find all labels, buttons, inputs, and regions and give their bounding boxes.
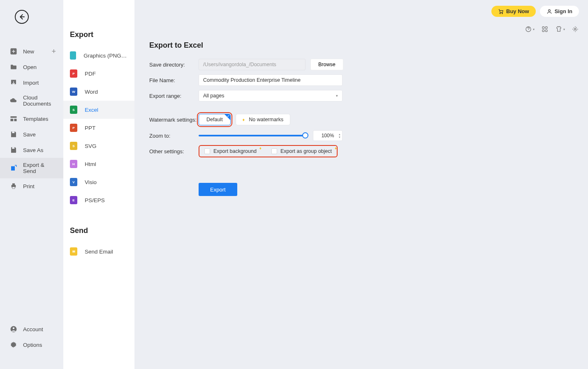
sidebar-item-options[interactable]: Options	[0, 337, 63, 353]
format-label: SVG	[85, 143, 97, 149]
sidebar-item-label: Templates	[23, 116, 49, 122]
sidebar-item-label: Export & Send	[23, 162, 53, 174]
html-file-icon: H	[70, 160, 77, 168]
pseps-file-icon: E	[70, 196, 77, 204]
help-icon	[525, 25, 532, 33]
watermark-label: Watermark settings:	[149, 117, 199, 123]
save-icon	[10, 131, 17, 138]
format-pseps[interactable]: EPS/EPS	[63, 191, 134, 209]
format-graphics[interactable]: Graphics (PNG, JP…	[63, 46, 134, 65]
export-group-object-checkbox[interactable]: Export as group object ♦	[271, 148, 332, 154]
checkbox-icon[interactable]	[204, 148, 210, 154]
format-word[interactable]: WWord	[63, 83, 134, 101]
main-content: Buy Now Sign In ▾ ▾ Export to Excel Save…	[134, 0, 588, 369]
sidebar-item-open[interactable]: Open	[0, 59, 63, 75]
topbar: Buy Now Sign In	[491, 6, 579, 17]
send-heading: Send	[63, 209, 134, 242]
sidebar-item-import[interactable]: Import	[0, 75, 63, 90]
sidebar-item-save[interactable]: Save	[0, 127, 63, 142]
svg-point-12	[502, 13, 503, 14]
svg-rect-7	[12, 187, 15, 189]
sidebar-item-new[interactable]: New +	[0, 44, 63, 59]
browse-button[interactable]: Browse	[310, 59, 343, 70]
sidebar-item-templates[interactable]: Templates	[0, 111, 63, 127]
cloud-icon	[10, 97, 17, 104]
sidebar-item-label: Print	[23, 183, 35, 189]
user-circle-icon	[10, 325, 17, 333]
sidebar-item-cloud-documents[interactable]: Cloud Documents	[0, 90, 63, 111]
format-excel[interactable]: SExcel	[63, 101, 134, 119]
chevron-down-icon: ▾	[563, 28, 565, 31]
filename-label: File Name:	[149, 77, 199, 83]
format-pdf[interactable]: PPDF	[63, 65, 134, 83]
export-format-panel: Export Graphics (PNG, JP… PPDF WWord SEx…	[63, 0, 134, 369]
sidebar-item-save-as[interactable]: Save As	[0, 142, 63, 158]
plus-square-icon	[10, 48, 17, 55]
excel-file-icon: S	[70, 106, 77, 114]
zoom-label: Zoom to:	[149, 133, 199, 139]
stepper-buttons[interactable]: ▴▾	[339, 133, 340, 138]
format-label: Word	[85, 89, 98, 95]
template-icon	[10, 115, 17, 122]
export-icon	[10, 164, 17, 172]
export-heading: Export	[63, 30, 134, 46]
theme-menu[interactable]: ▾	[555, 25, 565, 33]
settings-icon[interactable]	[572, 25, 579, 33]
save-directory-input[interactable]: /Users/ivangordola_/Documents	[199, 59, 306, 70]
back-button[interactable]	[15, 10, 29, 24]
sidebar-item-export-send[interactable]: Export & Send	[0, 158, 63, 178]
svg-rect-5	[12, 147, 14, 149]
zoom-slider[interactable]	[199, 135, 306, 136]
page-title: Export to Excel	[149, 41, 445, 50]
save-as-icon	[10, 146, 17, 154]
svg-point-9	[13, 327, 15, 330]
sidebar-item-account[interactable]: Account	[0, 321, 63, 337]
printer-icon	[10, 182, 17, 190]
checkbox-icon[interactable]	[271, 148, 277, 154]
diamond-icon: ♦	[243, 117, 245, 122]
format-ppt[interactable]: PPPT	[63, 119, 134, 137]
svg-rect-1	[11, 116, 17, 118]
slider-thumb[interactable]	[302, 132, 308, 138]
svg-file-icon: S	[70, 142, 77, 150]
sign-in-button[interactable]: Sign In	[540, 6, 579, 17]
export-range-value: All pages	[203, 93, 224, 99]
folder-icon	[10, 63, 17, 71]
pdf-file-icon: P	[70, 69, 77, 78]
arrow-left-icon	[18, 13, 25, 21]
other-settings-group: Export background ♦ Export as group obje…	[199, 145, 338, 157]
toolbar-icons: ▾ ▾	[525, 25, 579, 33]
filename-input[interactable]	[199, 74, 343, 86]
keyboard-icon[interactable]	[541, 25, 549, 33]
sidebar-item-label: Cloud Documents	[23, 95, 53, 107]
user-icon	[546, 9, 552, 14]
send-email[interactable]: ✉Send Email	[63, 242, 134, 261]
help-menu[interactable]: ▾	[525, 25, 535, 33]
svg-rect-17	[542, 30, 544, 32]
export-range-label: Export range:	[149, 93, 199, 99]
export-background-checkbox[interactable]: Export background ♦	[204, 148, 257, 154]
format-label: Html	[85, 161, 96, 167]
sign-in-label: Sign In	[555, 8, 572, 14]
svg-point-13	[548, 9, 550, 12]
export-range-select[interactable]: All pages ▾	[199, 90, 343, 101]
watermark-none-option[interactable]: ♦ No watermarks	[236, 114, 291, 125]
format-svg[interactable]: SSVG	[63, 137, 134, 155]
send-label: Send Email	[85, 249, 113, 255]
sidebar-item-label: Open	[23, 64, 37, 70]
sidebar-item-print[interactable]: Print	[0, 178, 63, 194]
format-visio[interactable]: VVisio	[63, 173, 134, 191]
diamond-icon: ♦	[335, 146, 337, 150]
watermark-none-label: No watermarks	[249, 117, 283, 122]
export-button[interactable]: Export	[199, 183, 237, 196]
visio-file-icon: V	[70, 178, 77, 186]
zoom-value: 100%	[322, 133, 334, 138]
format-label: Excel	[85, 107, 98, 113]
format-html[interactable]: HHtml	[63, 155, 134, 173]
plus-icon[interactable]: +	[51, 47, 56, 56]
watermark-default-option[interactable]: Default ✓	[199, 114, 231, 125]
zoom-value-stepper[interactable]: 100% ▴▾	[313, 130, 343, 141]
buy-now-button[interactable]: Buy Now	[491, 6, 536, 17]
svg-rect-6	[12, 183, 15, 185]
export-background-label: Export background	[213, 148, 257, 154]
